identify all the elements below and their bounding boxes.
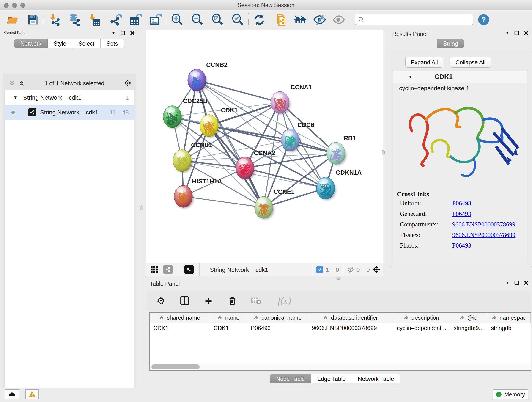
import-network-from-file-button[interactable]	[47, 12, 62, 27]
table-cell[interactable]: stringdb	[487, 323, 531, 333]
network-row[interactable]: String Network – cdk1 11 48	[5, 105, 134, 120]
crosslink-link[interactable]: 9606.ENSP00000378699	[452, 221, 515, 228]
tab-string[interactable]: String	[437, 39, 464, 48]
delete-table-button[interactable]	[250, 295, 262, 307]
delete-column-button[interactable]	[226, 295, 238, 307]
import-network-from-database-button[interactable]	[67, 12, 82, 27]
edge-HIST1H1A-CCNE1[interactable]	[183, 196, 264, 207]
node-gloss	[176, 152, 185, 157]
show-column-button[interactable]	[179, 295, 191, 307]
zoom-selected-button[interactable]	[230, 12, 245, 27]
cloud-status-button[interactable]	[5, 389, 19, 400]
network-label: String Network – cdk1	[40, 109, 98, 116]
panel-maximize-icon[interactable]	[120, 31, 125, 35]
import-table-from-file-button[interactable]	[87, 12, 101, 27]
warnings-button[interactable]	[25, 389, 39, 400]
search-field[interactable]	[355, 14, 473, 26]
crosslink-label: Uniprot:	[393, 200, 452, 207]
zoom-out-button[interactable]	[190, 12, 205, 27]
left-splitter-handle[interactable]	[140, 205, 143, 211]
table-cell[interactable]: CDK1	[210, 323, 247, 333]
tab-network[interactable]: Network	[14, 39, 48, 48]
collection-collapse-icon[interactable]: ▼	[13, 95, 18, 100]
table-cell[interactable]: stringdb:9...	[450, 323, 487, 333]
panel-close-icon[interactable]	[524, 281, 529, 285]
search-input[interactable]	[365, 16, 462, 23]
column-header--id[interactable]: @id	[450, 313, 487, 323]
tab-select[interactable]: Select	[72, 39, 100, 48]
column-header-name[interactable]: name	[210, 313, 247, 323]
network-collection-row[interactable]: ▼ String Network – cdk1 1	[5, 90, 134, 105]
open-session-button[interactable]	[5, 12, 20, 27]
birds-eye-view-icon[interactable]	[184, 265, 194, 274]
export-image-button[interactable]	[148, 12, 163, 27]
tab-edge-table[interactable]: Edge Table	[311, 374, 352, 383]
table-cell[interactable]: cyclin–dependent ...	[393, 323, 450, 333]
duplicate-network-button[interactable]	[274, 12, 288, 27]
network-view-toolbar: String Network – cdk1 1 – 0 0 – 0	[146, 263, 383, 276]
table-row[interactable]: CDK1CDK1P064939606.ENSP00000378699cyclin…	[150, 323, 531, 333]
selected-checkbox[interactable]	[316, 266, 323, 273]
zoom-in-button[interactable]	[170, 12, 184, 27]
network-share-view-icon[interactable]	[163, 265, 173, 274]
column-header-database-identifier[interactable]: database identifier	[308, 313, 393, 323]
crosslink-link[interactable]: P06493	[452, 242, 471, 249]
export-network-button[interactable]	[109, 12, 123, 27]
network-options-gear-icon[interactable]: ⚙	[124, 78, 131, 88]
network-view-title: String Network – cdk1	[210, 266, 268, 274]
memory-button[interactable]: Memory	[493, 389, 528, 400]
duplicate-network-icon	[274, 13, 288, 26]
tab-network-table[interactable]: Network Table	[352, 374, 400, 383]
tab-sets[interactable]: Sets	[101, 39, 124, 48]
table-cell[interactable]: P06493	[247, 323, 308, 333]
zoom-fit-content-button[interactable]	[210, 12, 225, 27]
panel-maximize-icon[interactable]	[514, 281, 519, 285]
column-header-description[interactable]: description	[393, 313, 450, 323]
collapse-all-networks-icon[interactable]	[8, 80, 15, 86]
panel-close-icon[interactable]	[130, 31, 135, 35]
status-bar: Memory	[0, 388, 532, 402]
panel-maximize-icon[interactable]	[514, 31, 519, 35]
save-session-button[interactable]	[26, 12, 40, 27]
network-canvas[interactable]: CCNB2CCNA1CDC25BCDK1CDC6RB1CCNB1CCNA2CDK…	[146, 30, 383, 264]
cdk1-entry-header[interactable]: ▼ CDK1	[393, 71, 527, 83]
edge-CCNB2-CCNA1[interactable]	[197, 80, 280, 102]
expand-all-button[interactable]: Expand All	[405, 57, 443, 68]
panel-float-icon[interactable]: ▼	[112, 31, 115, 35]
crosslink-row: Compartments:9606.ENSP00000378699	[393, 219, 527, 230]
grid-view-icon[interactable]	[150, 265, 158, 274]
export-table-button[interactable]	[128, 12, 143, 27]
first-neighbors-button[interactable]	[293, 12, 308, 27]
help-button[interactable]: ?	[478, 14, 489, 25]
table-horizontal-scrollbar[interactable]	[150, 363, 531, 370]
pan-crosshair-icon[interactable]	[372, 265, 381, 274]
entry-collapse-icon[interactable]: ▼	[408, 74, 413, 79]
node-label-CCNA2: CCNA2	[254, 150, 275, 157]
panel-float-icon[interactable]: ▼	[505, 281, 509, 285]
expand-all-networks-icon[interactable]	[19, 80, 25, 86]
panel-close-icon[interactable]	[524, 31, 529, 35]
crosslink-link[interactable]: P06493	[452, 211, 471, 217]
panel-float-icon[interactable]: ▼	[505, 31, 509, 35]
node-gloss	[177, 187, 186, 193]
column-header-shared-name[interactable]: shared name	[150, 313, 210, 323]
edge-CDKN1A-CCNE1[interactable]	[264, 188, 326, 207]
tab-style[interactable]: Style	[48, 39, 73, 48]
show-all-button[interactable]	[331, 12, 346, 27]
right-splitter-handle[interactable]	[382, 150, 385, 155]
table-cell[interactable]: CDK1	[150, 323, 210, 333]
column-header-canonical-name[interactable]: canonical name	[247, 313, 308, 323]
crosslink-link[interactable]: P06493	[452, 200, 471, 207]
collapse-all-button[interactable]: Collapse All	[450, 57, 491, 68]
edge-CCNB2-RB1[interactable]	[197, 80, 336, 153]
table-cell[interactable]: 9606.ENSP00000378699	[308, 323, 393, 333]
refresh-button[interactable]	[252, 12, 267, 27]
function-builder-button[interactable]: f(x)	[274, 295, 295, 307]
crosslink-link[interactable]: 9606.ENSP00000378699	[452, 231, 515, 239]
tab-node-table[interactable]: Node Table	[270, 374, 311, 383]
scrollbar-thumb[interactable]	[152, 364, 200, 370]
table-options-button[interactable]: ⚙	[155, 295, 167, 307]
create-column-button[interactable]: +	[203, 295, 215, 307]
hide-selected-button[interactable]	[312, 12, 327, 27]
column-header-namespac[interactable]: namespac	[487, 313, 531, 323]
